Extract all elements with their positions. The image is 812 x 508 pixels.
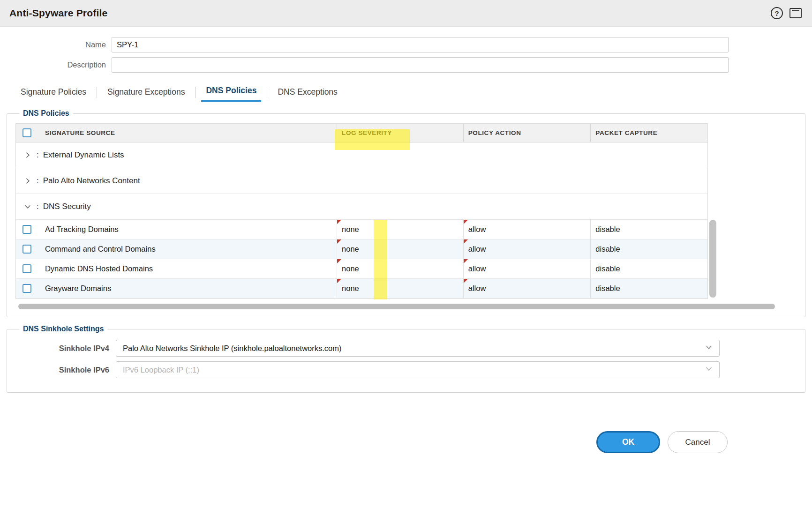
name-row: Name bbox=[0, 37, 812, 52]
sinkhole-ipv6-select[interactable]: IPv6 Loopback IP (::1) bbox=[116, 361, 720, 378]
packet-capture-cell[interactable]: disable bbox=[590, 259, 707, 278]
sinkhole-ipv4-label: Sinkhole IPv4 bbox=[15, 344, 109, 353]
table-row-ad-tracking-domains: Ad Tracking Domains none allow disable bbox=[16, 220, 707, 239]
log-severity-cell[interactable]: none bbox=[337, 239, 463, 259]
table-row-command-and-control-domains: Command and Control Domains none allow d… bbox=[16, 239, 707, 259]
dns-policies-legend: DNS Policies bbox=[19, 109, 73, 118]
sinkhole-ipv6-value: IPv6 Loopback IP (::1) bbox=[123, 366, 199, 374]
dns-sinkhole-settings-legend: DNS Sinkhole Settings bbox=[19, 325, 107, 333]
signature-source-cell: Grayware Domains bbox=[38, 279, 337, 298]
packet-capture-cell[interactable]: disable bbox=[590, 279, 707, 298]
policy-action-cell[interactable]: allow bbox=[463, 279, 591, 298]
description-row: Description bbox=[0, 57, 812, 73]
sinkhole-ipv4-select[interactable]: Palo Alto Networks Sinkhole IP (sinkhole… bbox=[116, 340, 720, 357]
vertical-scrollbar[interactable] bbox=[709, 123, 716, 299]
tab-separator bbox=[267, 87, 267, 98]
row-checkbox[interactable] bbox=[23, 284, 31, 293]
modified-marker-icon bbox=[464, 239, 468, 244]
tab-separator bbox=[195, 87, 195, 98]
log-severity-cell[interactable]: none bbox=[337, 259, 463, 278]
chevron-down-icon bbox=[705, 365, 713, 374]
group-row-external-dynamic-lists[interactable]: : External Dynamic Lists bbox=[16, 142, 707, 168]
horizontal-scrollbar-thumb[interactable] bbox=[18, 304, 775, 309]
table-header-row: SIGNATURE SOURCE LOG SEVERITY POLICY ACT… bbox=[16, 124, 707, 142]
dialog-footer: OK Cancel bbox=[596, 431, 728, 453]
packet-capture-cell[interactable]: disable bbox=[590, 220, 707, 239]
sinkhole-ipv4-value: Palo Alto Networks Sinkhole IP (sinkhole… bbox=[123, 344, 342, 353]
tab-signature-policies[interactable]: Signature Policies bbox=[16, 85, 91, 102]
modified-marker-icon bbox=[337, 239, 341, 244]
name-label: Name bbox=[0, 40, 106, 49]
group-row-palo-alto-networks-content[interactable]: : Palo Alto Networks Content bbox=[16, 168, 707, 194]
group-name: DNS Security bbox=[43, 202, 91, 211]
help-glyph: ? bbox=[774, 9, 779, 17]
description-input[interactable] bbox=[112, 57, 729, 73]
column-header-log-severity[interactable]: LOG SEVERITY bbox=[337, 124, 463, 142]
titlebar-icons: ? bbox=[771, 7, 802, 19]
dialog-title: Anti-Spyware Profile bbox=[9, 7, 107, 19]
chevron-right-icon[interactable] bbox=[24, 151, 32, 159]
row-checkbox[interactable] bbox=[23, 225, 31, 234]
cancel-button[interactable]: Cancel bbox=[668, 431, 728, 453]
chevron-down-icon[interactable] bbox=[24, 203, 32, 210]
dns-policies-table-main: SIGNATURE SOURCE LOG SEVERITY POLICY ACT… bbox=[15, 123, 708, 299]
dns-policies-panel: DNS Policies SIGNATURE SOURCE LOG SEVERI… bbox=[7, 109, 805, 317]
policy-action-cell[interactable]: allow bbox=[463, 239, 591, 259]
tab-dns-policies[interactable]: DNS Policies bbox=[201, 84, 261, 102]
modified-marker-icon bbox=[464, 220, 468, 224]
chevron-down-icon bbox=[705, 344, 713, 353]
select-all-checkbox[interactable] bbox=[23, 128, 31, 137]
sinkhole-ipv6-label: Sinkhole IPv6 bbox=[15, 366, 109, 374]
window-icon[interactable] bbox=[789, 8, 802, 18]
sinkhole-ipv4-row: Sinkhole IPv4 Palo Alto Networks Sinkhol… bbox=[15, 340, 797, 357]
modified-marker-icon bbox=[464, 279, 468, 283]
column-header-packet-capture[interactable]: PACKET CAPTURE bbox=[590, 124, 707, 142]
profile-tabs: Signature Policies Signature Exceptions … bbox=[16, 84, 812, 102]
signature-source-cell: Command and Control Domains bbox=[38, 239, 337, 259]
table-row-grayware-domains: Grayware Domains none allow disable bbox=[16, 279, 707, 299]
group-marker: : bbox=[37, 202, 39, 211]
anti-spyware-profile-dialog: Anti-Spyware Profile ? Name Description … bbox=[0, 0, 812, 393]
tab-separator bbox=[97, 87, 97, 98]
log-severity-cell[interactable]: none bbox=[337, 279, 463, 298]
dns-policies-table: SIGNATURE SOURCE LOG SEVERITY POLICY ACT… bbox=[15, 123, 797, 299]
group-row-dns-security[interactable]: : DNS Security bbox=[16, 194, 707, 220]
row-checkbox[interactable] bbox=[23, 245, 31, 254]
group-marker: : bbox=[37, 150, 39, 160]
signature-source-cell: Dynamic DNS Hosted Domains bbox=[38, 259, 337, 278]
chevron-right-icon[interactable] bbox=[24, 177, 32, 185]
group-name: Palo Alto Networks Content bbox=[43, 176, 140, 186]
packet-capture-cell[interactable]: disable bbox=[590, 239, 707, 259]
tab-signature-exceptions[interactable]: Signature Exceptions bbox=[103, 85, 189, 102]
modified-marker-icon bbox=[337, 259, 341, 263]
dialog-titlebar: Anti-Spyware Profile ? bbox=[0, 0, 812, 27]
row-checkbox[interactable] bbox=[23, 264, 31, 273]
row-checkbox-cell bbox=[16, 220, 38, 239]
row-checkbox-cell bbox=[16, 239, 38, 259]
vertical-scrollbar-thumb[interactable] bbox=[709, 220, 716, 298]
policy-action-cell[interactable]: allow bbox=[463, 220, 591, 239]
name-input[interactable] bbox=[112, 37, 729, 52]
help-icon[interactable]: ? bbox=[771, 7, 783, 19]
modified-marker-icon bbox=[337, 220, 341, 224]
signature-source-cell: Ad Tracking Domains bbox=[38, 220, 337, 239]
column-header-policy-action[interactable]: POLICY ACTION bbox=[463, 124, 591, 142]
dns-sinkhole-settings-panel: DNS Sinkhole Settings Sinkhole IPv4 Palo… bbox=[7, 325, 805, 393]
select-all-cell bbox=[16, 124, 38, 142]
table-row-dynamic-dns-hosted-domains: Dynamic DNS Hosted Domains none allow di… bbox=[16, 259, 707, 279]
sinkhole-ipv6-row: Sinkhole IPv6 IPv6 Loopback IP (::1) bbox=[15, 361, 797, 378]
ok-button[interactable]: OK bbox=[596, 431, 660, 453]
log-severity-cell[interactable]: none bbox=[337, 220, 463, 239]
row-checkbox-cell bbox=[16, 259, 38, 278]
profile-form: Name Description bbox=[0, 37, 812, 73]
modified-marker-icon bbox=[464, 259, 468, 263]
description-label: Description bbox=[0, 60, 106, 69]
column-header-signature-source[interactable]: SIGNATURE SOURCE bbox=[38, 124, 337, 142]
group-name: External Dynamic Lists bbox=[43, 150, 124, 160]
row-checkbox-cell bbox=[16, 279, 38, 298]
policy-action-cell[interactable]: allow bbox=[463, 259, 591, 278]
group-marker: : bbox=[37, 176, 39, 186]
tab-dns-exceptions[interactable]: DNS Exceptions bbox=[273, 85, 342, 102]
modified-marker-icon bbox=[337, 279, 341, 283]
